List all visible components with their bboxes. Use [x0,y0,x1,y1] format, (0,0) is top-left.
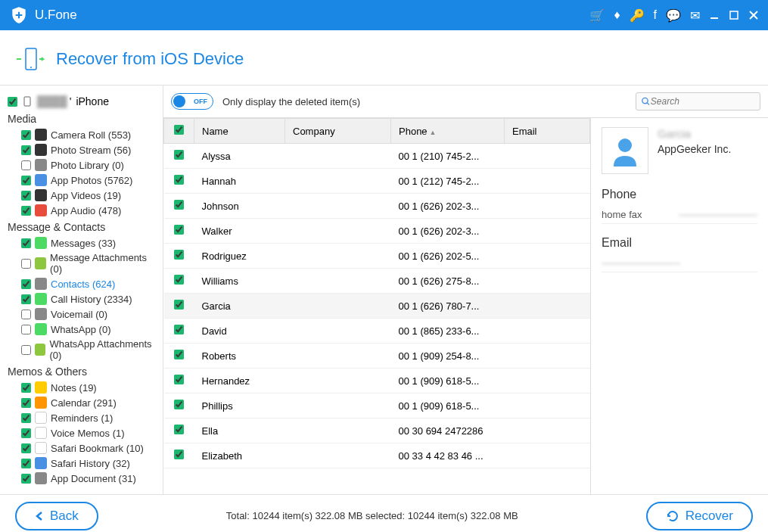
row-checkbox[interactable] [174,425,184,434]
table-row[interactable]: Phillips00 1 (909) 618-5... [164,394,590,418]
sidebar-item-checkbox[interactable] [21,294,31,304]
row-checkbox[interactable] [174,325,184,334]
cell-checkbox[interactable] [164,244,194,269]
sidebar-item-checkbox[interactable] [21,206,31,216]
header-phone[interactable]: Phone▲ [391,119,505,144]
cell-checkbox[interactable] [164,194,194,219]
row-checkbox[interactable] [174,400,184,409]
sidebar-item-checkbox[interactable] [21,176,31,185]
maximize-button[interactable] [729,10,739,20]
sidebar-item-checkbox[interactable] [21,145,31,155]
sidebar-item-checkbox[interactable] [21,459,31,468]
sidebar-item-checkbox[interactable] [21,259,31,269]
table-row[interactable]: Elizabeth00 33 4 42 83 46 ... [164,443,590,468]
sidebar-item[interactable]: Safari History (32) [5,456,158,471]
sidebar-item-checkbox[interactable] [21,345,31,355]
deleted-only-toggle[interactable]: OFF [171,93,213,110]
device-checkbox[interactable] [8,97,17,107]
device-row[interactable]: ████ ' iPhone [5,93,158,110]
header-company[interactable]: Company [285,119,391,144]
row-checkbox[interactable] [174,250,184,260]
cell-checkbox[interactable] [164,144,194,169]
cell-checkbox[interactable] [164,269,194,294]
sidebar-item[interactable]: App Videos (19) [5,188,158,203]
search-input[interactable] [651,96,755,107]
sidebar-item[interactable]: App Document (31) [5,471,158,486]
sidebar-item[interactable]: Calendar (291) [5,395,158,410]
header-name[interactable]: Name [194,119,285,144]
sidebar-item[interactable]: Notes (19) [5,380,158,395]
feedback-icon[interactable]: ✉ [690,8,700,23]
table-row[interactable]: Hannah00 1 (212) 745-2... [164,169,590,194]
sidebar-item-checkbox[interactable] [21,428,31,438]
table-row[interactable]: Rodriguez00 1 (626) 202-5... [164,244,590,269]
cart-icon[interactable]: 🛒 [589,8,605,23]
sidebar-item[interactable]: App Photos (5762) [5,173,158,188]
header-checkbox[interactable] [164,119,194,144]
header-email[interactable]: Email [505,119,590,144]
table-row[interactable]: Hernandez00 1 (909) 618-5... [164,369,590,394]
sidebar-item[interactable]: Voice Memos (1) [5,425,158,440]
sidebar-item-checkbox[interactable] [21,398,31,408]
back-button[interactable]: Back [15,502,98,530]
sidebar-item[interactable]: Call History (2334) [5,291,158,306]
sidebar-item-checkbox[interactable] [21,474,31,484]
sidebar-item-checkbox[interactable] [21,383,31,393]
key-icon[interactable]: 🔑 [630,8,645,23]
row-checkbox[interactable] [174,150,184,160]
row-checkbox[interactable] [174,375,184,384]
sidebar-item-checkbox[interactable] [21,160,31,170]
cell-checkbox[interactable] [164,169,194,194]
sidebar-item[interactable]: WhatsApp (0) [5,322,158,337]
table-row[interactable]: Williams00 1 (626) 275-8... [164,269,590,294]
row-checkbox[interactable] [174,300,184,310]
facebook-icon[interactable]: f [654,8,657,22]
diamond-icon[interactable]: ♦ [614,8,620,22]
cell-checkbox[interactable] [164,394,194,418]
table-row[interactable]: Garcia00 1 (626) 780-7... [164,294,590,319]
sidebar-item[interactable]: Photo Stream (56) [5,142,158,157]
sidebar-item-checkbox[interactable] [21,325,31,334]
row-checkbox[interactable] [174,200,184,210]
sidebar-item[interactable]: WhatsApp Attachments (0) [5,337,158,362]
cell-checkbox[interactable] [164,219,194,244]
sidebar-item[interactable]: Messages (33) [5,235,158,250]
table-row[interactable]: Ella00 30 694 2472286 [164,418,590,443]
table-row[interactable]: Alyssa00 1 (210) 745-2... [164,144,590,169]
sidebar-item-checkbox[interactable] [21,130,31,140]
sidebar-item[interactable]: Voicemail (0) [5,306,158,322]
chat-icon[interactable]: 💬 [666,8,681,23]
sidebar-item[interactable]: Reminders (1) [5,410,158,425]
cell-checkbox[interactable] [164,344,194,369]
table-row[interactable]: Johnson00 1 (626) 202-3... [164,194,590,219]
sidebar-item-checkbox[interactable] [21,191,31,201]
close-button[interactable] [748,10,759,20]
table-row[interactable]: Walker00 1 (626) 202-3... [164,219,590,244]
sidebar-item[interactable]: Photo Library (0) [5,157,158,173]
cell-checkbox[interactable] [164,319,194,344]
table-row[interactable]: Roberts00 1 (909) 254-8... [164,344,590,369]
sidebar-item-checkbox[interactable] [21,279,31,289]
sidebar-item-checkbox[interactable] [21,443,31,453]
table-wrap[interactable]: Name Company Phone▲ Email Alyssa00 1 (21… [163,118,590,494]
cell-checkbox[interactable] [164,443,194,468]
row-checkbox[interactable] [174,350,184,359]
minimize-button[interactable] [709,10,720,20]
sidebar-item[interactable]: Camera Roll (553) [5,127,158,142]
sidebar-item[interactable]: Message Attachments (0) [5,250,158,276]
sidebar-item[interactable]: Contacts (624) [5,276,158,291]
table-row[interactable]: David00 1 (865) 233-6... [164,319,590,344]
sidebar-item-checkbox[interactable] [21,413,31,423]
cell-checkbox[interactable] [164,369,194,394]
row-checkbox[interactable] [174,225,184,235]
sidebar-item-checkbox[interactable] [21,238,31,248]
sidebar-item[interactable]: Safari Bookmark (10) [5,440,158,456]
row-checkbox[interactable] [174,275,184,285]
sidebar-item[interactable]: App Audio (478) [5,203,158,218]
sidebar-item-checkbox[interactable] [21,310,31,319]
cell-checkbox[interactable] [164,418,194,443]
cell-checkbox[interactable] [164,294,194,319]
row-checkbox[interactable] [174,175,184,185]
recover-button[interactable]: Recover [646,502,753,530]
search-box[interactable] [636,92,760,110]
